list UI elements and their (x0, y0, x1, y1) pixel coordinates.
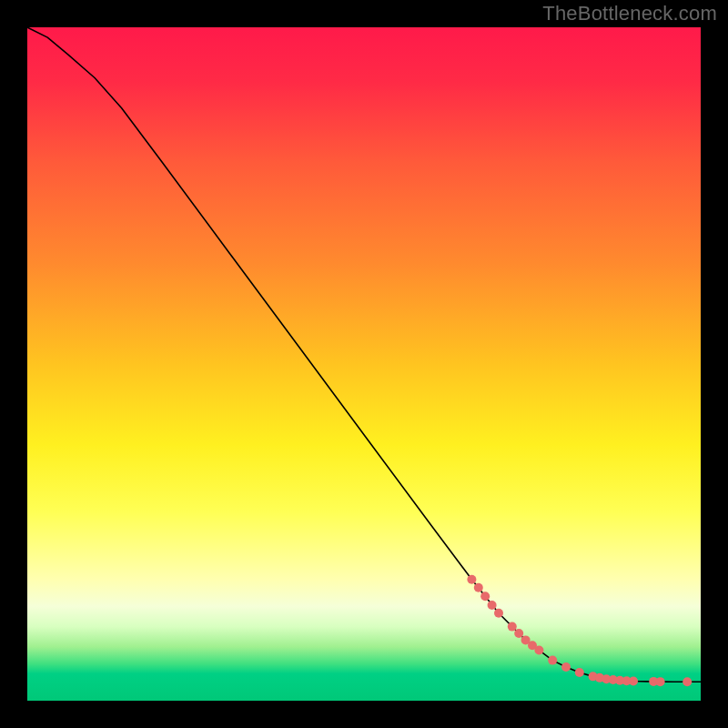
marker-point (467, 575, 476, 584)
marker-point (656, 677, 665, 686)
marker-point (575, 668, 584, 677)
marker-point (534, 646, 543, 655)
marker-point (488, 601, 497, 610)
marker-point (514, 629, 523, 638)
marker-point (682, 677, 692, 686)
marker-point (548, 656, 557, 665)
marker-point (508, 622, 517, 632)
chart-plot-area (27, 27, 701, 701)
chart-background (27, 27, 701, 701)
marker-point (629, 677, 638, 686)
marker-point (480, 592, 490, 601)
marker-point (561, 662, 571, 672)
marker-point (494, 609, 503, 618)
watermark-text: TheBottleneck.com (542, 2, 717, 25)
marker-point (474, 583, 483, 592)
chart-svg (27, 27, 701, 701)
